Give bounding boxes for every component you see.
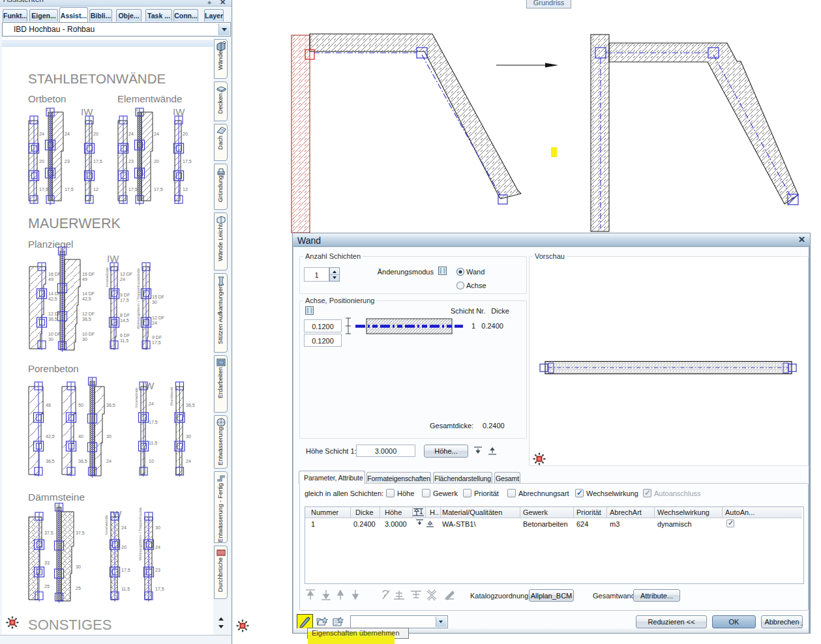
svg-text:10 DF: 10 DF bbox=[82, 332, 95, 336]
svg-text:30: 30 bbox=[155, 525, 160, 530]
svg-text:17,5: 17,5 bbox=[65, 187, 74, 192]
svg-text:MAUERWERK: MAUERWERK bbox=[28, 216, 121, 231]
svg-text:42,5: 42,5 bbox=[82, 297, 91, 301]
svg-text:Dämmsteine: Dämmsteine bbox=[28, 491, 85, 503]
svg-text:24: 24 bbox=[128, 132, 134, 136]
svg-text:12: 12 bbox=[183, 187, 188, 192]
svg-text:17,5: 17,5 bbox=[155, 587, 164, 591]
svg-text:20: 20 bbox=[93, 132, 98, 136]
svg-text:Brandwand: Brandwand bbox=[170, 387, 173, 405]
svg-text:Innenwände: Innenwände bbox=[104, 515, 108, 534]
svg-text:Wohnungstrenn- / Treppenhausw.: Wohnungstrenn- / Treppenhausw. bbox=[138, 506, 142, 561]
svg-text:30: 30 bbox=[152, 300, 157, 304]
svg-text:25: 25 bbox=[44, 584, 50, 589]
svg-text:16 DF: 16 DF bbox=[82, 272, 95, 276]
svg-text:11,5: 11,5 bbox=[149, 441, 157, 445]
svg-text:15 DF: 15 DF bbox=[152, 295, 164, 299]
svg-text:12: 12 bbox=[93, 187, 98, 192]
svg-text:30: 30 bbox=[186, 434, 191, 439]
svg-text:11,5: 11,5 bbox=[120, 338, 128, 343]
svg-text:17,5: 17,5 bbox=[121, 568, 130, 572]
svg-text:24: 24 bbox=[65, 132, 70, 136]
svg-text:12: 12 bbox=[56, 503, 61, 506]
svg-text:23: 23 bbox=[128, 159, 134, 164]
svg-text:13: 13 bbox=[46, 108, 51, 111]
svg-text:24: 24 bbox=[154, 132, 159, 136]
svg-text:36,5: 36,5 bbox=[48, 317, 57, 321]
svg-text:12 DF: 12 DF bbox=[48, 312, 61, 316]
svg-text:Elementwände: Elementwände bbox=[117, 93, 182, 104]
svg-text:20: 20 bbox=[39, 159, 44, 164]
svg-text:11,5: 11,5 bbox=[121, 587, 130, 591]
svg-text:17,5: 17,5 bbox=[128, 187, 138, 192]
svg-text:36,5: 36,5 bbox=[46, 459, 55, 463]
svg-text:23: 23 bbox=[155, 568, 160, 572]
svg-text:STAHLBETONWÄNDE: STAHLBETONWÄNDE bbox=[28, 71, 166, 86]
svg-text:49: 49 bbox=[48, 277, 53, 282]
svg-text:40: 40 bbox=[78, 434, 83, 439]
svg-text:30: 30 bbox=[48, 337, 53, 342]
svg-text:17,5: 17,5 bbox=[120, 298, 129, 302]
svg-text:SONSTIGES: SONSTIGES bbox=[28, 617, 112, 633]
svg-text:12: 12 bbox=[89, 377, 94, 381]
svg-text:13: 13 bbox=[136, 108, 140, 111]
svg-text:12: 12 bbox=[59, 246, 64, 250]
svg-text:20: 20 bbox=[183, 132, 188, 136]
svg-text:17,5: 17,5 bbox=[183, 159, 192, 164]
svg-text:9 DF: 9 DF bbox=[120, 293, 130, 297]
svg-text:36,5: 36,5 bbox=[186, 403, 195, 407]
svg-text:16 DF: 16 DF bbox=[48, 272, 61, 276]
svg-text:24: 24 bbox=[186, 459, 191, 463]
svg-text:14 DF: 14 DF bbox=[48, 291, 61, 296]
svg-text:30: 30 bbox=[76, 564, 81, 569]
svg-text:10: 10 bbox=[149, 459, 154, 463]
svg-text:24: 24 bbox=[152, 321, 157, 325]
svg-text:IW: IW bbox=[81, 106, 93, 117]
svg-text:37,5: 37,5 bbox=[76, 531, 85, 535]
svg-text:30: 30 bbox=[106, 434, 112, 439]
svg-text:14,5: 14,5 bbox=[120, 318, 129, 323]
svg-text:20: 20 bbox=[154, 159, 159, 164]
svg-text:30: 30 bbox=[82, 337, 87, 342]
svg-text:6 DF: 6 DF bbox=[120, 333, 130, 338]
svg-text:24: 24 bbox=[121, 525, 127, 530]
svg-text:24: 24 bbox=[155, 545, 160, 549]
svg-text:24: 24 bbox=[149, 402, 154, 406]
svg-text:36,5: 36,5 bbox=[82, 317, 91, 321]
svg-text:17,5: 17,5 bbox=[149, 420, 158, 424]
svg-text:17,5: 17,5 bbox=[93, 159, 102, 164]
svg-text:17,5: 17,5 bbox=[152, 340, 161, 345]
svg-text:24: 24 bbox=[106, 459, 112, 463]
svg-text:20: 20 bbox=[121, 545, 127, 549]
svg-text:33: 33 bbox=[44, 561, 50, 565]
svg-text:23: 23 bbox=[65, 159, 70, 164]
svg-text:17,5: 17,5 bbox=[154, 187, 163, 192]
svg-text:Ortbeton: Ortbeton bbox=[28, 93, 66, 104]
svg-text:8 DF: 8 DF bbox=[120, 313, 130, 317]
svg-text:49: 49 bbox=[82, 277, 87, 282]
svg-text:12 DF: 12 DF bbox=[120, 272, 132, 276]
svg-text:12 DF: 12 DF bbox=[82, 312, 95, 316]
svg-text:10 DF: 10 DF bbox=[48, 332, 61, 336]
svg-text:IW: IW bbox=[173, 106, 185, 117]
svg-text:Wohnungstrenn- / Treppenhauswä: Wohnungstrenn- / Treppenhauswände bbox=[136, 269, 140, 329]
svg-text:36,5: 36,5 bbox=[106, 403, 115, 407]
svg-text:48: 48 bbox=[46, 403, 51, 407]
svg-text:Innenwände: Innenwände bbox=[105, 267, 109, 287]
svg-text:24: 24 bbox=[120, 277, 125, 282]
svg-text:50: 50 bbox=[78, 403, 83, 407]
svg-text:17,5: 17,5 bbox=[39, 187, 48, 192]
svg-text:42,5: 42,5 bbox=[46, 434, 55, 439]
svg-text:Porenbeton: Porenbeton bbox=[28, 363, 79, 374]
svg-text:Innenwände: Innenwände bbox=[134, 388, 138, 407]
svg-text:25: 25 bbox=[76, 586, 81, 591]
svg-text:42,5: 42,5 bbox=[48, 297, 57, 301]
svg-text:36,5: 36,5 bbox=[78, 459, 87, 463]
svg-text:9 DF: 9 DF bbox=[152, 335, 162, 340]
svg-text:24: 24 bbox=[39, 132, 44, 136]
svg-text:12 DF: 12 DF bbox=[152, 315, 164, 320]
svg-text:37,5: 37,5 bbox=[44, 531, 53, 535]
svg-text:14 DF: 14 DF bbox=[82, 291, 95, 296]
